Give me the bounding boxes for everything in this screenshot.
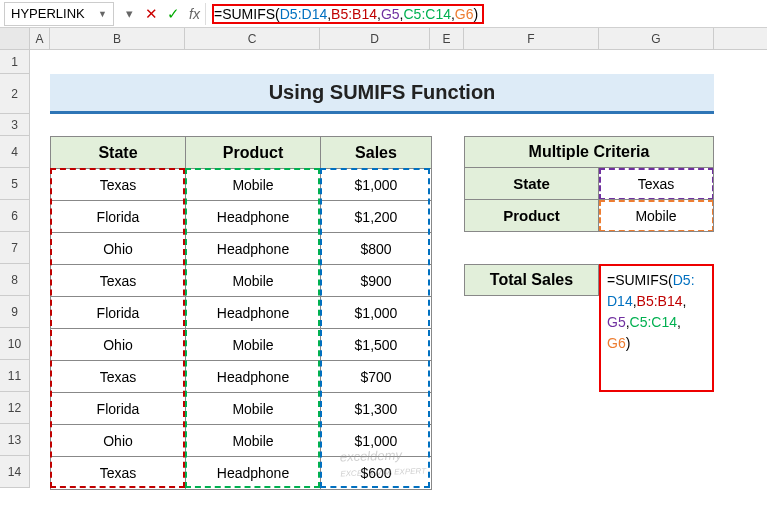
row-header[interactable]: 12	[0, 392, 30, 424]
cell-product[interactable]: Headphone	[186, 457, 321, 489]
table-row: OhioMobile$1,000	[51, 425, 431, 457]
table-row: FloridaHeadphone$1,200	[51, 201, 431, 233]
cell-sales[interactable]: $700	[321, 361, 431, 393]
data-table: State Product Sales TexasMobile$1,000 Fl…	[50, 136, 432, 490]
table-row: TexasHeadphone$600	[51, 457, 431, 489]
table-row: OhioMobile$1,500	[51, 329, 431, 361]
header-state[interactable]: State	[51, 137, 186, 169]
page-title: Using SUMIFS Function	[50, 74, 714, 114]
cell-sales[interactable]: $800	[321, 233, 431, 265]
cell-state[interactable]: Texas	[51, 361, 186, 393]
cell-state[interactable]: Florida	[51, 201, 186, 233]
row-header[interactable]: 3	[0, 114, 30, 136]
col-header-D[interactable]: D	[320, 28, 430, 49]
row-header[interactable]: 6	[0, 200, 30, 232]
row-header[interactable]: 9	[0, 296, 30, 328]
name-box-value: HYPERLINK	[11, 6, 85, 21]
row-headers: 1 2 3 4 5 6 7 8 9 10 11 12 13 14	[0, 50, 30, 488]
row-header[interactable]: 14	[0, 456, 30, 488]
formula-bar: HYPERLINK ▼ ▾ ✕ ✓ fx =SUMIFS(D5:D14,B5:B…	[0, 0, 767, 28]
criteria-product-value[interactable]: Mobile	[599, 200, 714, 232]
cell-state[interactable]: Ohio	[51, 425, 186, 457]
column-headers: A B C D E F G	[0, 28, 767, 50]
col-header-A[interactable]: A	[30, 28, 50, 49]
row-header[interactable]: 10	[0, 328, 30, 360]
row-header[interactable]: 7	[0, 232, 30, 264]
col-header-F[interactable]: F	[464, 28, 599, 49]
criteria-row: State Texas	[464, 168, 714, 200]
row-header[interactable]: 2	[0, 74, 30, 114]
row-header[interactable]: 5	[0, 168, 30, 200]
cell-state[interactable]: Texas	[51, 457, 186, 489]
row-header[interactable]: 11	[0, 360, 30, 392]
chevron-down-icon[interactable]: ▼	[98, 9, 107, 19]
criteria-state-value[interactable]: Texas	[599, 168, 714, 200]
criteria-row: Product Mobile	[464, 200, 714, 232]
criteria-table: Multiple Criteria State Texas Product Mo…	[464, 136, 714, 232]
table-row: OhioHeadphone$800	[51, 233, 431, 265]
formula-text: =SUMIFS(D5:D14,B5:B14,G5,C5:C14,G6)	[212, 4, 484, 24]
header-sales[interactable]: Sales	[321, 137, 431, 169]
total-sales-box: Total Sales	[464, 264, 599, 296]
table-row: TexasHeadphone$700	[51, 361, 431, 393]
cell-product[interactable]: Headphone	[186, 297, 321, 329]
col-header-G[interactable]: G	[599, 28, 714, 49]
col-header-C[interactable]: C	[185, 28, 320, 49]
header-product[interactable]: Product	[186, 137, 321, 169]
criteria-header[interactable]: Multiple Criteria	[464, 136, 714, 168]
row-header[interactable]: 1	[0, 50, 30, 74]
table-row: FloridaMobile$1,300	[51, 393, 431, 425]
cancel-icon[interactable]: ✕	[140, 3, 162, 25]
cell-state[interactable]: Ohio	[51, 329, 186, 361]
cell-product[interactable]: Headphone	[186, 201, 321, 233]
criteria-state-label[interactable]: State	[464, 168, 599, 200]
cell-state[interactable]: Florida	[51, 297, 186, 329]
accept-icon[interactable]: ✓	[162, 3, 184, 25]
name-box[interactable]: HYPERLINK ▼	[4, 2, 114, 26]
cell-sales[interactable]: $1,300	[321, 393, 431, 425]
table-row: FloridaHeadphone$1,000	[51, 297, 431, 329]
table-header-row: State Product Sales	[51, 137, 431, 169]
row-header[interactable]: 8	[0, 264, 30, 296]
cell-sales[interactable]: $1,000	[321, 425, 431, 457]
cell-state[interactable]: Florida	[51, 393, 186, 425]
cell-sales[interactable]: $1,200	[321, 201, 431, 233]
cell-product[interactable]: Mobile	[186, 265, 321, 297]
spreadsheet-grid: A B C D E F G 1 2 3 4 5 6 7 8 9 10 11 12…	[0, 28, 767, 488]
cell-product[interactable]: Headphone	[186, 361, 321, 393]
cell-product[interactable]: Headphone	[186, 233, 321, 265]
formula-input[interactable]: =SUMIFS(D5:D14,B5:B14,G5,C5:C14,G6)	[206, 4, 767, 24]
cell-product[interactable]: Mobile	[186, 329, 321, 361]
cell-sales[interactable]: $600	[321, 457, 431, 489]
cell-product[interactable]: Mobile	[186, 169, 321, 201]
col-header-B[interactable]: B	[50, 28, 185, 49]
active-formula-cell[interactable]: =SUMIFS(D5:D14,B5:B14,G5,C5:C14,G6)	[599, 264, 714, 392]
criteria-product-label[interactable]: Product	[464, 200, 599, 232]
cell-sales[interactable]: $1,500	[321, 329, 431, 361]
cell-state[interactable]: Ohio	[51, 233, 186, 265]
cells-area[interactable]: Using SUMIFS Function State Product Sale…	[30, 50, 767, 488]
table-row: TexasMobile$900	[51, 265, 431, 297]
table-row: TexasMobile$1,000	[51, 169, 431, 201]
select-all-corner[interactable]	[0, 28, 30, 49]
col-header-E[interactable]: E	[430, 28, 464, 49]
cell-state[interactable]: Texas	[51, 169, 186, 201]
cell-sales[interactable]: $900	[321, 265, 431, 297]
cell-product[interactable]: Mobile	[186, 393, 321, 425]
fx-icon[interactable]: fx	[184, 3, 206, 25]
cell-sales[interactable]: $1,000	[321, 297, 431, 329]
row-header[interactable]: 4	[0, 136, 30, 168]
cell-product[interactable]: Mobile	[186, 425, 321, 457]
row-header[interactable]: 13	[0, 424, 30, 456]
cell-state[interactable]: Texas	[51, 265, 186, 297]
total-sales-label[interactable]: Total Sales	[464, 264, 599, 296]
cell-sales[interactable]: $1,000	[321, 169, 431, 201]
dropdown-icon[interactable]: ▾	[118, 3, 140, 25]
